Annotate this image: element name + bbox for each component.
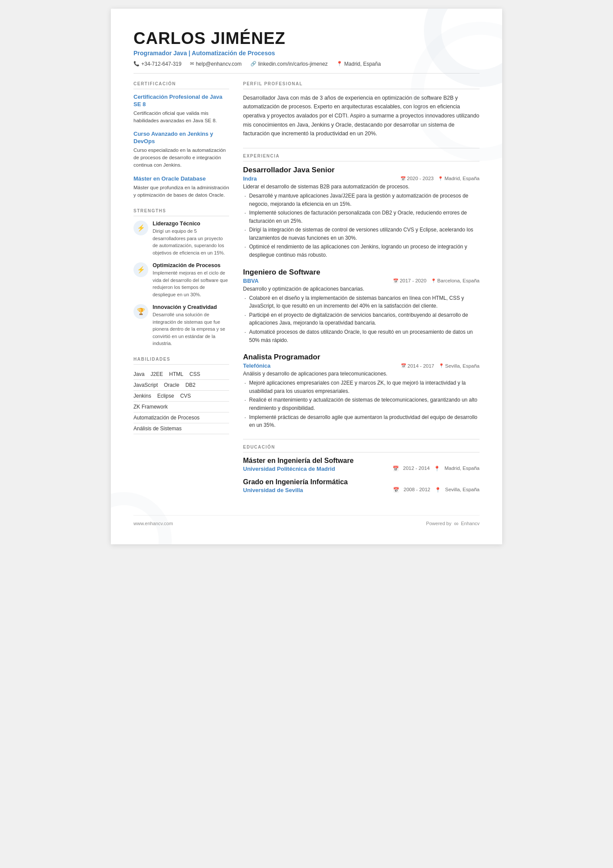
education-section-title: EDUCACIÓN	[243, 445, 480, 452]
exp-bullet-2-2: Implementé prácticas de desarrollo agile…	[243, 413, 480, 429]
strength-desc-0: Dirigí un equipo de 5 desarrolladores pa…	[153, 228, 229, 256]
exp-bullets-1: Colaboré en el diseño y la implementació…	[243, 294, 480, 345]
cert-desc-2: Máster que profundiza en la administraci…	[133, 184, 229, 199]
profile-section: PERFIL PROFESIONAL Desarrollador Java co…	[243, 81, 480, 138]
contact-linkedin: 🔗 linkedin.com/in/carlos-jimenez	[250, 61, 328, 67]
exp-meta-2: Telefónica 📅 2014 - 2017 📍 Sevilla, Espa…	[243, 362, 480, 369]
exp-bullet-1-1: Participé en el proyecto de digitalizaci…	[243, 311, 480, 327]
strength-desc-2: Desarrollé una solución de integración d…	[153, 311, 229, 347]
contact-email: ✉ help@enhancv.com	[190, 61, 241, 67]
profile-section-title: PERFIL PROFESIONAL	[243, 81, 480, 89]
skill-automatizacion: Automatización de Procesos	[133, 412, 229, 423]
strength-text-2: Innovación y Creatividad Desarrollé una …	[153, 304, 229, 347]
experience-divider	[243, 148, 480, 148]
exp-meta-1: BBVA 📅 2017 - 2020 📍 Barcelona, España	[243, 278, 480, 284]
exp-company-1: BBVA	[243, 278, 259, 284]
exp-bullet-0-1: Implementé soluciones de facturación per…	[243, 209, 480, 225]
pin-icon-2: 📍	[439, 363, 444, 368]
skill-oracle: Oracle	[164, 380, 185, 390]
edu-item-1: Grado en Ingeniería Informática Universi…	[243, 478, 480, 493]
edu-date-loc-1: 📅 2008 - 2012 📍 Sevilla, España	[393, 487, 480, 493]
exp-desc-0: Liderar el desarrollo de sistemas B2B pa…	[243, 184, 480, 190]
exp-date-loc-0: 📅 2020 - 2023 📍 Madrid, España	[400, 176, 480, 181]
candidate-name: CARLOS JIMÉNEZ	[133, 30, 480, 48]
skill-row-1: JavaScript Oracle DB2	[133, 380, 229, 391]
exp-bullet-1-2: Automaticé procesos de datos utilizando …	[243, 328, 480, 344]
certification-section-title: CERTIFICACIÓN	[133, 81, 229, 89]
experience-section-title: EXPERIENCIA	[243, 154, 480, 161]
exp-desc-1: Desarrollo y optimización de aplicacione…	[243, 286, 480, 292]
skill-jenkins: Jenkins	[133, 391, 157, 401]
skill-javascript: JavaScript	[133, 380, 164, 390]
strength-desc-1: Implementé mejoras en el ciclo de vida d…	[153, 269, 229, 298]
resume-footer: www.enhancv.com Powered by ∞ Enhancv	[133, 515, 480, 527]
exp-bullet-1-0: Colaboré en el diseño y la implementació…	[243, 294, 480, 310]
skill-row-2: Jenkins Eclipse CVS	[133, 391, 229, 402]
exp-company-0: Indra	[243, 175, 257, 182]
edu-school-1: Universidad de Sevilla	[243, 487, 303, 493]
exp-bullet-2-0: Mejoré aplicaciones empresariales con J2…	[243, 379, 480, 395]
pin-icon-0: 📍	[438, 176, 443, 181]
edu-cal-1: 📅	[393, 487, 399, 493]
exp-meta-0: Indra 📅 2020 - 2023 📍 Madrid, España	[243, 175, 480, 182]
phone-icon: 📞	[133, 61, 140, 67]
skill-java: Java	[133, 369, 150, 379]
exp-bullets-0: Desarrollé y mantuve aplicaciones Java/J…	[243, 192, 480, 259]
exp-item-1: Ingeniero de Software BBVA 📅 2017 - 2020…	[243, 268, 480, 345]
exp-desc-2: Análisis y desarrollo de aplicaciones pa…	[243, 371, 480, 377]
cert-item-2: Máster en Oracle Database Máster que pro…	[133, 175, 229, 199]
skill-row-0: Java J2EE HTML CSS	[133, 369, 229, 380]
edu-school-0: Universidad Politécnica de Madrid	[243, 466, 335, 472]
strengths-section-title: STRENGTHS	[133, 208, 229, 216]
exp-company-2: Telefónica	[243, 362, 270, 369]
location-icon: 📍	[336, 61, 343, 67]
certification-section: CERTIFICACIÓN Certificación Profesional …	[133, 81, 229, 199]
pin-icon-1: 📍	[431, 278, 436, 283]
calendar-icon-0: 📅	[400, 176, 406, 181]
email-icon: ✉	[190, 61, 194, 67]
strength-icon-1: ⚡	[133, 262, 148, 277]
powered-by-label: Powered by	[426, 521, 451, 526]
resume-header: CARLOS JIMÉNEZ Programador Java | Automa…	[133, 30, 480, 74]
skill-eclipse: Eclipse	[157, 391, 180, 401]
exp-date-1: 📅 2017 - 2020	[393, 278, 426, 283]
exp-title-2: Analista Programador	[243, 353, 480, 362]
strength-name-0: Liderazgo Técnico	[153, 221, 229, 227]
contact-phone: 📞 +34-712-647-319	[133, 61, 181, 67]
contact-row: 📞 +34-712-647-319 ✉ help@enhancv.com 🔗 l…	[133, 61, 480, 67]
strength-name-1: Optimización de Procesos	[153, 262, 229, 268]
skill-cvs: CVS	[180, 391, 197, 401]
skill-html: HTML	[169, 369, 190, 379]
skill-zk: ZK Framework	[133, 402, 229, 412]
strength-item-1: ⚡ Optimización de Procesos Implementé me…	[133, 262, 229, 298]
calendar-icon-2: 📅	[401, 363, 406, 368]
body-columns: CERTIFICACIÓN Certificación Profesional …	[133, 81, 480, 503]
strength-item-0: ⚡ Liderazgo Técnico Dirigí un equipo de …	[133, 221, 229, 256]
calendar-icon-1: 📅	[393, 278, 398, 283]
edu-pin-1: 📍	[435, 487, 441, 493]
exp-loc-1: 📍 Barcelona, España	[431, 278, 480, 283]
exp-date-loc-2: 📅 2014 - 2017 📍 Sevilla, España	[401, 363, 480, 369]
experience-section: EXPERIENCIA Desarrollador Java Senior In…	[243, 154, 480, 429]
footer-website: www.enhancv.com	[133, 521, 173, 526]
exp-bullet-2-1: Realicé el mantenimiento y actualización…	[243, 396, 480, 412]
edu-meta-1: Universidad de Sevilla 📅 2008 - 2012 📍 S…	[243, 487, 480, 493]
header-divider	[133, 73, 480, 74]
cert-title-0: Certificación Profesional de Java SE 8	[133, 94, 229, 108]
exp-bullet-0-2: Dirigí la integración de sistemas de con…	[243, 226, 480, 242]
skill-analisis: Análisis de Sistemas	[133, 423, 229, 434]
cert-title-1: Curso Avanzado en Jenkins y DevOps	[133, 131, 229, 145]
enhancv-logo-icon: ∞	[454, 520, 458, 527]
footer-brand: Powered by ∞ Enhancv	[426, 520, 480, 527]
contact-location: 📍 Madrid, España	[336, 61, 381, 67]
strengths-section: STRENGTHS ⚡ Liderazgo Técnico Dirigí un …	[133, 208, 229, 347]
edu-title-1: Grado en Ingeniería Informática	[243, 478, 480, 486]
cert-item-1: Curso Avanzado en Jenkins y DevOps Curso…	[133, 131, 229, 169]
resume-container: CARLOS JIMÉNEZ Programador Java | Automa…	[111, 9, 502, 544]
education-section: EDUCACIÓN Máster en Ingeniería del Softw…	[243, 445, 480, 493]
exp-date-loc-1: 📅 2017 - 2020 📍 Barcelona, España	[393, 278, 480, 283]
strength-icon-0: ⚡	[133, 221, 148, 235]
edu-date-loc-0: 📅 2012 - 2014 📍 Madrid, España	[393, 466, 480, 472]
skill-j2ee: J2EE	[150, 369, 169, 379]
exp-title-1: Ingeniero de Software	[243, 268, 480, 277]
